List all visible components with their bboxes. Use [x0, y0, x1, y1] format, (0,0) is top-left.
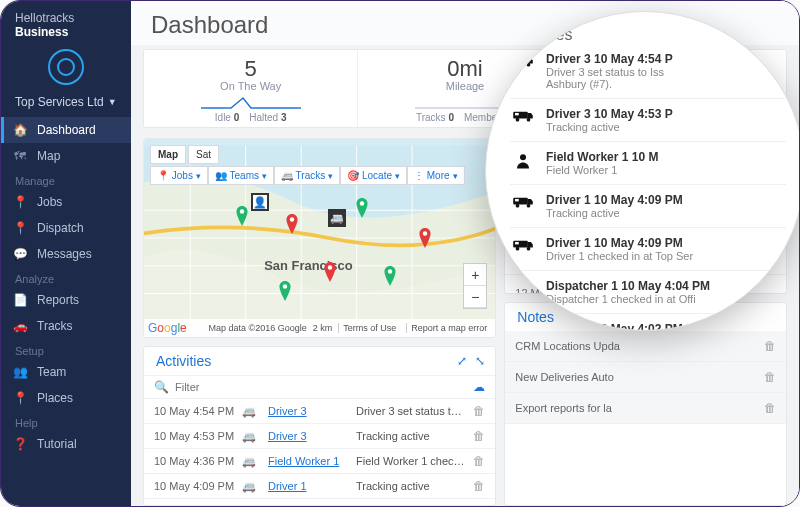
activity-row[interactable]: 10 May 4:09 PM 🚐 Driver 1 Driver 1 check… — [144, 499, 495, 506]
van-icon: 🚐 — [242, 480, 260, 493]
nav-icon: 📍 — [13, 391, 27, 405]
activity-desc: Tracking active — [356, 430, 465, 442]
nav-icon: 📄 — [13, 293, 27, 307]
activity-actor-link[interactable]: Driver 3 — [268, 405, 348, 417]
map-scale: 2 km — [313, 323, 333, 333]
svg-text:San Francisco: San Francisco — [264, 258, 353, 273]
activity-row[interactable]: 10 May 4:36 PM 🚐 Field Worker 1 Field Wo… — [144, 449, 495, 474]
magnifier-item-head: Driver 1 10 May 4:09 PM — [546, 236, 786, 250]
note-text: CRM Locations Upda — [515, 340, 620, 352]
activity-row[interactable]: 10 May 4:09 PM 🚐 Driver 1 Tracking activ… — [144, 474, 495, 499]
sidebar-item-map[interactable]: 🗺Map — [1, 143, 131, 169]
trash-icon[interactable]: 🗑 — [764, 370, 776, 384]
nav-label: Dashboard — [37, 123, 96, 137]
map-dropdown-more[interactable]: ⋮ More ▾ — [407, 166, 465, 185]
sidebar-item-dispatch[interactable]: 📍Dispatch — [1, 215, 131, 241]
van-icon: 🚐 — [242, 505, 260, 507]
svg-point-17 — [388, 269, 392, 273]
nav-icon: 📍 — [13, 195, 27, 209]
nav-label: Team — [37, 365, 66, 379]
map-footer: Google Map data ©2016 Google 2 km Terms … — [144, 319, 495, 337]
svg-point-31 — [527, 204, 531, 208]
map-report-link[interactable]: Report a map error — [406, 323, 491, 333]
activity-row[interactable]: 10 May 4:54 PM 🚐 Driver 3 Driver 3 set s… — [144, 399, 495, 424]
svg-point-15 — [328, 265, 332, 269]
nav-group-label: Manage — [1, 169, 131, 189]
note-row[interactable]: Export reports for la🗑 — [505, 393, 786, 424]
map-tab-sat[interactable]: Sat — [188, 145, 219, 164]
sidebar-item-places[interactable]: 📍Places — [1, 385, 131, 411]
map-attribution: Map data ©2016 Google — [209, 323, 307, 333]
magnifier-item[interactable]: Field Worker 1 10 M Field Worker 1 — [510, 142, 786, 185]
note-row[interactable]: CRM Locations Upda🗑 — [505, 331, 786, 362]
activities-collapse-icon[interactable]: ⤡ — [475, 354, 485, 368]
nav-label: Jobs — [37, 195, 62, 209]
org-selector[interactable]: Top Services Ltd ▼ — [1, 91, 131, 117]
stat-footer: Idle 0 Halted 3 — [148, 112, 353, 123]
brand: Hellotracks Business — [1, 1, 131, 45]
org-name: Top Services Ltd — [15, 95, 104, 109]
trash-icon[interactable]: 🗑 — [764, 401, 776, 415]
activity-time: 10 May 4:09 PM — [154, 480, 234, 492]
magnifier-item-head: Driver 3 10 May 4:54 P — [546, 52, 786, 66]
activity-actor-link[interactable]: Driver 1 — [268, 480, 348, 492]
activities-filter-input[interactable] — [175, 381, 467, 393]
cloud-download-icon[interactable]: ☁ — [473, 380, 485, 394]
note-row[interactable]: New Deliveries Auto🗑 — [505, 362, 786, 393]
map-tab-map[interactable]: Map — [150, 145, 186, 164]
map-terms-link[interactable]: Terms of Use — [338, 323, 400, 333]
sidebar-item-reports[interactable]: 📄Reports — [1, 287, 131, 313]
nav-icon: 🏠 — [13, 123, 27, 137]
svg-point-35 — [527, 247, 531, 251]
trash-icon[interactable]: 🗑 — [473, 429, 485, 443]
trash-icon[interactable]: 🗑 — [473, 404, 485, 418]
nav-icon: 📍 — [13, 221, 27, 235]
map-dropdown-jobs[interactable]: 📍 Jobs ▾ — [150, 166, 208, 185]
sidebar-item-tracks[interactable]: 🚗Tracks — [1, 313, 131, 339]
sidebar-item-messages[interactable]: 💬Messages — [1, 241, 131, 267]
nav-label: Messages — [37, 247, 92, 261]
sidebar-item-team[interactable]: 👥Team — [1, 359, 131, 385]
nav-group-label: Analyze — [1, 267, 131, 287]
nav-label: Map — [37, 149, 60, 163]
activity-row[interactable]: 10 May 4:53 PM 🚐 Driver 3 Tracking activ… — [144, 424, 495, 449]
brand-suffix: Business — [15, 25, 68, 39]
trash-icon[interactable]: 🗑 — [764, 339, 776, 353]
activity-time: 10 May 4:53 PM — [154, 430, 234, 442]
activities-expand-icon[interactable]: ⤢ — [457, 354, 467, 368]
sidebar-item-tutorial[interactable]: ❓Tutorial — [1, 431, 131, 457]
note-text: Export reports for la — [515, 402, 612, 414]
stat-value: 5 — [148, 56, 353, 82]
magnifier-item[interactable]: Driver 3 10 May 4:54 P Driver 3 set stat… — [510, 44, 786, 99]
map-dropdown-teams[interactable]: 👥 Teams ▾ — [208, 166, 274, 185]
nav-label: Reports — [37, 293, 79, 307]
magnifier-item-head: Field Worker 1 10 M — [546, 150, 786, 164]
map-dropdown-locate[interactable]: 🎯 Locate ▾ — [340, 166, 407, 185]
zoom-in-button[interactable]: + — [464, 264, 486, 286]
magnifier-item-sub: Driver 1 checked in at Top Ser — [546, 250, 786, 262]
magnifier-item[interactable]: Driver 1 10 May 4:09 PM Tracking active — [510, 185, 786, 228]
magnifier-item-head: Dispatcher 1 10 May 4:04 PM — [546, 279, 786, 293]
trash-icon[interactable]: 🗑 — [473, 504, 485, 506]
magnifier-item[interactable]: Driver 1 10 May 4:09 PM Driver 1 checked… — [510, 228, 786, 271]
trash-icon[interactable]: 🗑 — [473, 454, 485, 468]
svg-point-16 — [360, 202, 364, 206]
logo-icon — [48, 49, 84, 85]
magnifier-item[interactable]: Driver 3 10 May 4:53 P Tracking active — [510, 99, 786, 142]
map-marker-user[interactable]: 👤 — [251, 193, 269, 211]
nav-label: Dispatch — [37, 221, 84, 235]
map-dropdown-tracks[interactable]: 🚐 Tracks ▾ — [274, 166, 340, 185]
van-icon — [510, 193, 536, 219]
van-icon: 🚐 — [242, 455, 260, 468]
map-marker-vehicle[interactable]: 🚐 — [328, 209, 346, 227]
activity-time: 10 May 4:54 PM — [154, 405, 234, 417]
activity-actor-link[interactable]: Field Worker 1 — [268, 455, 348, 467]
sidebar-item-dashboard[interactable]: 🏠Dashboard — [1, 117, 131, 143]
activity-actor-link[interactable]: Driver 3 — [268, 430, 348, 442]
activity-actor-link[interactable]: Driver 1 — [268, 505, 348, 506]
magnifier-item-sub: Ashbury (#7). — [546, 78, 786, 90]
sidebar-item-jobs[interactable]: 📍Jobs — [1, 189, 131, 215]
note-text: New Deliveries Auto — [515, 371, 613, 383]
trash-icon[interactable]: 🗑 — [473, 479, 485, 493]
zoom-out-button[interactable]: − — [464, 286, 486, 308]
